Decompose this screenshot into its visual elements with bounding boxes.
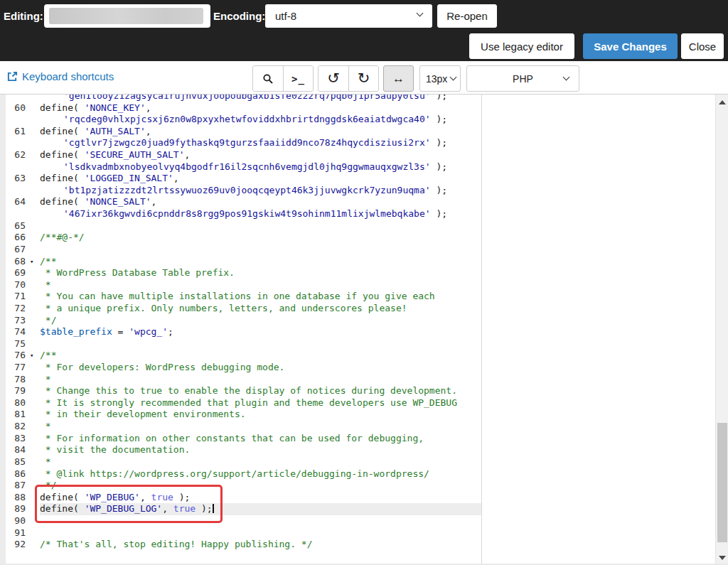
terminal-button[interactable]: >_ [283, 66, 313, 91]
code-line-68[interactable]: 68▾/** [0, 256, 481, 268]
line-number[interactable] [0, 114, 28, 126]
line-number[interactable]: 63 [0, 173, 28, 185]
code-line-wrapped[interactable]: '467ixr36kgwvdi6cpnddr8s8rgg9pos91gskiw4… [0, 208, 481, 220]
code-line-61[interactable]: 61define( 'AUTH_SALT', [0, 126, 481, 138]
line-number[interactable]: 70 [0, 279, 28, 291]
code-text[interactable] [40, 515, 481, 527]
reopen-button[interactable]: Re-open [437, 4, 497, 28]
code-text[interactable]: * [40, 456, 481, 468]
code-text[interactable]: 'gen1tooyz1zagsycairujnvuxjoopoubgaxb1sf… [40, 95, 481, 102]
code-line-80[interactable]: 80 * It is strongly recommended that plu… [0, 397, 481, 409]
code-line-wrapped[interactable]: 'lsdkvadmbxnobyeolvyq4bgodfr16il2sqcnh6v… [0, 161, 481, 173]
line-number[interactable]: 82 [0, 421, 28, 433]
line-number[interactable]: 78 [0, 374, 28, 386]
code-text[interactable]: /** [40, 256, 481, 268]
line-number[interactable]: 74 [0, 326, 28, 338]
code-line-75[interactable]: 75 [0, 338, 481, 350]
code-text[interactable]: 'rqcdeg0vhlxpjcsxj6zn0w8pxyxhetwfoviddxh… [40, 114, 481, 126]
code-text[interactable]: define( 'WP_DEBUG', true ); [40, 492, 481, 504]
code-text[interactable]: */ [40, 480, 481, 492]
code-line-86[interactable]: 86 * @link https://wordpress.org/support… [0, 468, 481, 480]
line-number[interactable]: 66 [0, 232, 28, 244]
code-line-90[interactable]: 90 [0, 515, 481, 527]
encoding-select[interactable]: utf-8 [265, 4, 432, 28]
code-line-88[interactable]: 88define( 'WP_DEBUG', true ); [0, 492, 481, 504]
code-line-wrapped[interactable]: 'rqcdeg0vhlxpjcsxj6zn0w8pxyxhetwfoviddxh… [0, 114, 481, 126]
code-editor[interactable]: 'gen1tooyz1zagsycairujnvuxjoopoubgaxb1sf… [0, 95, 715, 565]
code-text[interactable]: 'lsdkvadmbxnobyeolvyq4bgodfr16il2sqcnh6v… [40, 161, 481, 173]
font-size-select[interactable]: 13px [419, 65, 461, 92]
code-line-74[interactable]: 74$table_prefix = 'wpcg_'; [0, 326, 481, 338]
code-text[interactable]: /* That's all, stop editing! Happy publi… [40, 539, 481, 551]
code-text[interactable]: */ [40, 315, 481, 327]
code-line-78[interactable]: 78 * [0, 374, 481, 386]
use-legacy-editor-button[interactable]: Use legacy editor [469, 33, 574, 59]
line-number[interactable]: 86 [0, 468, 28, 480]
code-line-84[interactable]: 84 * visit the documentation. [0, 444, 481, 456]
code-text[interactable]: define( 'NONCE_SALT', [40, 196, 481, 208]
line-number[interactable]: 87 [0, 480, 28, 492]
code-line-73[interactable]: 73 */ [0, 315, 481, 327]
code-text[interactable]: * [40, 421, 481, 433]
code-text[interactable]: * It is strongly recommended that plugin… [40, 397, 481, 409]
code-line-wrapped[interactable]: 'bt1pzjatizzzdt2lrtssywuoz69uv0jooqcqeyp… [0, 185, 481, 197]
code-line-77[interactable]: 77 * For developers: WordPress debugging… [0, 362, 481, 374]
line-number[interactable]: 85 [0, 456, 28, 468]
code-line-67[interactable]: 67 [0, 244, 481, 256]
code-text[interactable] [40, 244, 481, 256]
line-number[interactable]: 88 [0, 492, 28, 504]
code-line-70[interactable]: 70 * [0, 279, 481, 291]
code-text[interactable]: define( 'SECURE_AUTH_SALT', [40, 149, 481, 161]
line-number[interactable]: 62 [0, 149, 28, 161]
line-number[interactable] [0, 208, 28, 220]
line-number[interactable]: 76 [0, 350, 28, 362]
code-line-72[interactable]: 72 * a unique prefix. Only numbers, lett… [0, 303, 481, 315]
code-text[interactable]: * visit the documentation. [40, 444, 481, 456]
code-text[interactable]: * @link https://wordpress.org/support/ar… [40, 468, 481, 480]
code-line-82[interactable]: 82 * [0, 421, 481, 433]
code-text[interactable]: define( 'AUTH_SALT', [40, 126, 481, 138]
code-text[interactable]: /** [40, 350, 481, 362]
code-text[interactable]: /**#@-*/ [40, 232, 481, 244]
scroll-down-button[interactable] [716, 551, 728, 564]
line-number[interactable]: 89 [0, 503, 28, 515]
fold-toggle-icon[interactable]: ▾ [28, 350, 40, 362]
code-text[interactable]: * For developers: WordPress debugging mo… [40, 362, 481, 374]
line-number[interactable]: 69 [0, 267, 28, 279]
code-line-66[interactable]: 66/**#@-*/ [0, 232, 481, 244]
line-number[interactable]: 77 [0, 362, 28, 374]
code-line-wrapped[interactable]: 'cgtlvr7jzwgcz0juad9fythaskq9tgurzsfaaii… [0, 137, 481, 149]
line-number[interactable]: 67 [0, 244, 28, 256]
line-number[interactable]: 68 [0, 256, 28, 268]
line-number[interactable]: 65 [0, 220, 28, 232]
scroll-up-button[interactable] [716, 96, 728, 108]
code-text[interactable]: 'bt1pzjatizzzdt2lrtssywuoz69uv0jooqcqeyp… [40, 185, 481, 197]
code-text[interactable]: * a unique prefix. Only numbers, letters… [40, 303, 481, 315]
code-line-63[interactable]: 63define( 'LOGGED_IN_SALT', [0, 173, 481, 185]
code-line-69[interactable]: 69 * WordPress Database Table prefix. [0, 267, 481, 279]
code-line-81[interactable]: 81 * in their development environments. [0, 409, 481, 421]
code-text[interactable]: * [40, 374, 481, 386]
line-number[interactable]: 80 [0, 397, 28, 409]
line-number[interactable]: 71 [0, 291, 28, 303]
search-button[interactable] [253, 66, 283, 91]
code-line-64[interactable]: 64define( 'NONCE_SALT', [0, 196, 481, 208]
code-line-79[interactable]: 79 * Change this to true to enable the d… [0, 385, 481, 397]
code-line-71[interactable]: 71 * You can have multiple installations… [0, 291, 481, 303]
line-number[interactable]: 91 [0, 527, 28, 539]
line-number[interactable]: 72 [0, 303, 28, 315]
code-text[interactable]: * Change this to true to enable the disp… [40, 385, 481, 397]
code-line-62[interactable]: 62define( 'SECURE_AUTH_SALT', [0, 149, 481, 161]
line-number[interactable]: 81 [0, 409, 28, 421]
code-text[interactable]: 'cgtlvr7jzwgcz0juad9fythaskq9tgurzsfaaii… [40, 137, 481, 149]
line-number[interactable]: 64 [0, 196, 28, 208]
code-text[interactable] [40, 220, 481, 232]
code-line-65[interactable]: 65 [0, 220, 481, 232]
undo-button[interactable]: ↺ [318, 66, 348, 91]
close-button[interactable]: Close [681, 33, 724, 59]
line-number[interactable]: 83 [0, 433, 28, 445]
line-number[interactable]: 73 [0, 315, 28, 327]
redo-button[interactable]: ↻ [348, 66, 378, 91]
code-text[interactable] [40, 338, 481, 350]
code-text[interactable]: $table_prefix = 'wpcg_'; [40, 326, 481, 338]
